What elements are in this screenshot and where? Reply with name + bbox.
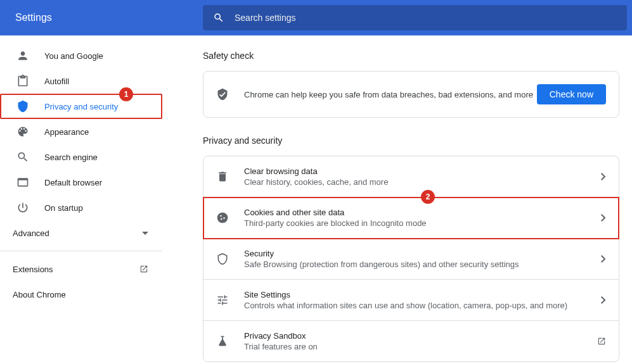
row-sub: Third-party cookies are blocked in Incog… (244, 218, 601, 228)
row-site-settings[interactable]: Site Settings Controls what information … (203, 280, 619, 321)
page-title: Settings (0, 12, 203, 23)
tune-icon (216, 294, 229, 306)
chevron-right-icon (601, 173, 606, 180)
divider (0, 251, 162, 251)
advanced-toggle[interactable]: Advanced (0, 220, 162, 246)
clipboard-icon (16, 75, 29, 87)
about-label: About Chrome (13, 290, 66, 299)
row-security[interactable]: Security Safe Browsing (protection from … (203, 239, 619, 280)
safety-desc: Chrome can help keep you safe from data … (244, 90, 537, 99)
browser-icon (16, 176, 29, 189)
row-sub: Trial features are on (244, 342, 597, 351)
main-content: Safety check Chrome can help keep you sa… (162, 35, 632, 364)
sidebar-item-label: On startup (44, 203, 83, 213)
safety-check-card: Chrome can help keep you safe from data … (203, 71, 619, 118)
row-title: Cookies and other site data (244, 208, 601, 217)
power-icon (16, 201, 29, 214)
row-title: Clear browsing data (244, 166, 601, 176)
row-privacy-sandbox[interactable]: Privacy Sandbox Trial features are on (203, 321, 619, 361)
privacy-section-title: Privacy and security (203, 135, 619, 146)
trash-icon (216, 170, 229, 183)
extensions-label: Extensions (13, 265, 53, 274)
chevron-right-icon (601, 296, 606, 304)
privacy-list: Clear browsing data Clear history, cooki… (203, 156, 619, 362)
body: You and Google Autofill Privacy and secu… (0, 35, 632, 364)
sidebar-item-appearance[interactable]: Appearance (0, 119, 162, 144)
search-placeholder: Search settings (235, 13, 296, 23)
shield-outline-icon (216, 253, 229, 265)
external-link-icon (597, 337, 606, 346)
row-sub: Clear history, cookies, cache, and more (244, 177, 601, 187)
chevron-right-icon (601, 214, 606, 222)
row-title: Privacy Sandbox (244, 331, 597, 341)
sidebar-item-label: Appearance (44, 127, 89, 137)
cookie-icon (216, 211, 229, 224)
row-cookies[interactable]: Cookies and other site data Third-party … (203, 198, 619, 239)
check-now-button[interactable]: Check now (537, 84, 606, 104)
advanced-label: Advanced (13, 229, 49, 238)
magnify-icon (16, 151, 29, 163)
shield-check-icon (216, 88, 229, 101)
sidebar: You and Google Autofill Privacy and secu… (0, 35, 162, 364)
sidebar-item-autofill[interactable]: Autofill (0, 68, 162, 94)
chevron-down-icon (142, 232, 148, 235)
sidebar-item-you-and-google[interactable]: You and Google (0, 43, 162, 68)
annotation-badge-1: 1 (119, 87, 133, 101)
row-title: Security (244, 249, 601, 258)
external-link-icon (139, 265, 148, 273)
sidebar-item-on-startup[interactable]: On startup (0, 195, 162, 220)
row-sub: Safe Browsing (protection from dangerous… (244, 260, 601, 269)
person-icon (16, 49, 29, 62)
shield-icon (16, 100, 29, 113)
sidebar-item-label: You and Google (44, 51, 103, 61)
palette-icon (16, 125, 29, 138)
highlight-1-wrap: Privacy and security 1 (0, 94, 162, 119)
extensions-link[interactable]: Extensions (0, 256, 162, 282)
row-sub: Controls what information sites can use … (244, 301, 601, 310)
annotation-badge-2: 2 (421, 190, 435, 204)
chevron-right-icon (601, 255, 606, 263)
search-input[interactable]: Search settings (203, 5, 627, 30)
about-chrome-link[interactable]: About Chrome (0, 282, 162, 307)
sidebar-item-privacy[interactable]: Privacy and security (0, 94, 162, 119)
search-icon (213, 12, 224, 23)
sidebar-item-label: Default browser (44, 178, 102, 187)
row-title: Site Settings (244, 290, 601, 299)
flask-icon (216, 335, 229, 348)
sidebar-item-label: Privacy and security (44, 102, 118, 111)
sidebar-item-label: Autofill (44, 77, 69, 86)
sidebar-item-default-browser[interactable]: Default browser (0, 170, 162, 195)
safety-check-title: Safety check (203, 51, 619, 61)
sidebar-item-label: Search engine (44, 153, 98, 162)
header: Settings Search settings (0, 0, 632, 35)
row-clear-browsing-data[interactable]: Clear browsing data Clear history, cooki… (203, 156, 619, 198)
sidebar-item-search-engine[interactable]: Search engine (0, 144, 162, 170)
